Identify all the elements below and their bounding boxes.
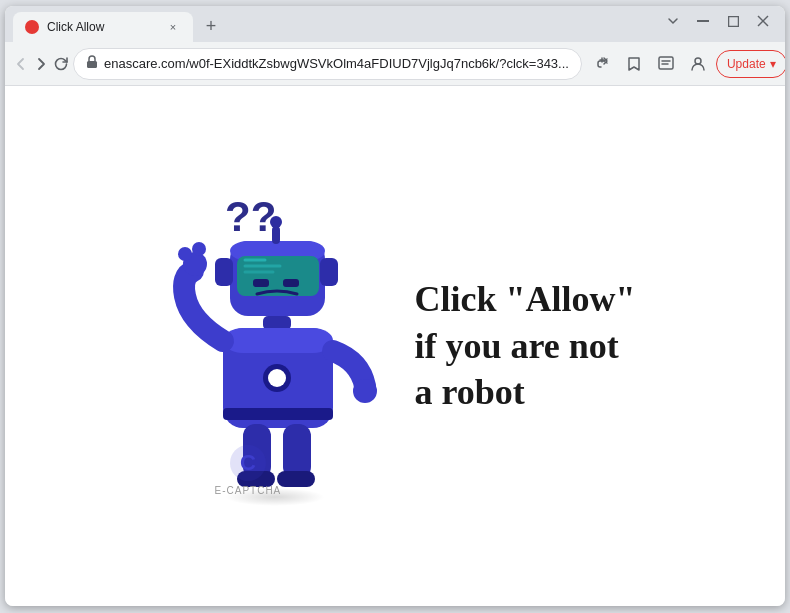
svg-point-29 <box>178 247 192 261</box>
lock-icon <box>86 55 98 72</box>
text-section: Click "Allow" if you are not a robot <box>415 276 636 416</box>
close-button[interactable] <box>749 7 777 35</box>
main-text-line1: Click "Allow" <box>415 276 636 323</box>
svg-rect-21 <box>320 258 338 286</box>
svg-rect-16 <box>253 279 269 287</box>
new-tab-button[interactable]: + <box>197 12 225 40</box>
profile-icon[interactable] <box>682 48 714 80</box>
update-chevron-icon: ▾ <box>770 57 776 71</box>
bookmark-icon[interactable] <box>618 48 650 80</box>
tab-title: Click Allow <box>47 20 157 34</box>
svg-rect-18 <box>272 226 280 244</box>
main-text-line2: if you are not <box>415 323 636 370</box>
svg-point-30 <box>192 242 206 256</box>
svg-rect-0 <box>697 20 709 22</box>
tab-strip: Click Allow × + <box>13 6 659 42</box>
tab-close-button[interactable]: × <box>165 19 181 35</box>
browser-window: Click Allow × + <box>5 6 785 606</box>
maximize-button[interactable] <box>719 7 747 35</box>
page-inner: ?? <box>135 156 656 536</box>
robot-illustration: ?? <box>155 176 395 516</box>
active-tab[interactable]: Click Allow × <box>13 12 193 42</box>
svg-rect-1 <box>728 16 738 26</box>
share-icon[interactable] <box>586 48 618 80</box>
svg-rect-24 <box>223 328 333 353</box>
title-bar-controls <box>659 7 777 41</box>
address-bar[interactable]: enascare.com/w0f-EXiddtkZsbwgWSVkOlm4aFD… <box>73 48 582 80</box>
svg-rect-27 <box>223 408 333 420</box>
svg-rect-4 <box>87 61 97 68</box>
tab-search-icon[interactable] <box>650 48 682 80</box>
svg-rect-17 <box>283 279 299 287</box>
svg-rect-22 <box>263 316 291 330</box>
svg-rect-34 <box>283 424 311 479</box>
update-button[interactable]: Update ▾ <box>716 50 785 78</box>
page-content: ?? <box>5 86 785 606</box>
main-text-line3: a robot <box>415 369 636 416</box>
minimize-button[interactable] <box>689 7 717 35</box>
reload-button[interactable] <box>53 48 69 80</box>
captcha-label: E-CAPTCHA <box>215 485 282 496</box>
url-text: enascare.com/w0f-EXiddtkZsbwgWSVkOlm4aFD… <box>104 56 569 71</box>
svg-point-26 <box>268 369 286 387</box>
nav-right-icons: Update ▾ ⋮ <box>586 48 785 80</box>
back-button[interactable] <box>13 48 29 80</box>
forward-button[interactable] <box>33 48 49 80</box>
captcha-watermark: C E-CAPTCHA <box>215 443 282 496</box>
nav-bar: enascare.com/w0f-EXiddtkZsbwgWSVkOlm4aFD… <box>5 42 785 86</box>
svg-point-8 <box>695 58 701 64</box>
chevron-down-icon[interactable] <box>659 7 687 35</box>
title-bar: Click Allow × + <box>5 6 785 42</box>
svg-point-31 <box>353 379 377 403</box>
svg-text:??: ?? <box>225 193 276 240</box>
svg-text:C: C <box>240 450 256 475</box>
svg-rect-20 <box>215 258 233 286</box>
svg-point-19 <box>270 216 282 228</box>
svg-rect-35 <box>277 471 315 487</box>
svg-rect-5 <box>659 57 673 69</box>
tab-favicon <box>25 20 39 34</box>
